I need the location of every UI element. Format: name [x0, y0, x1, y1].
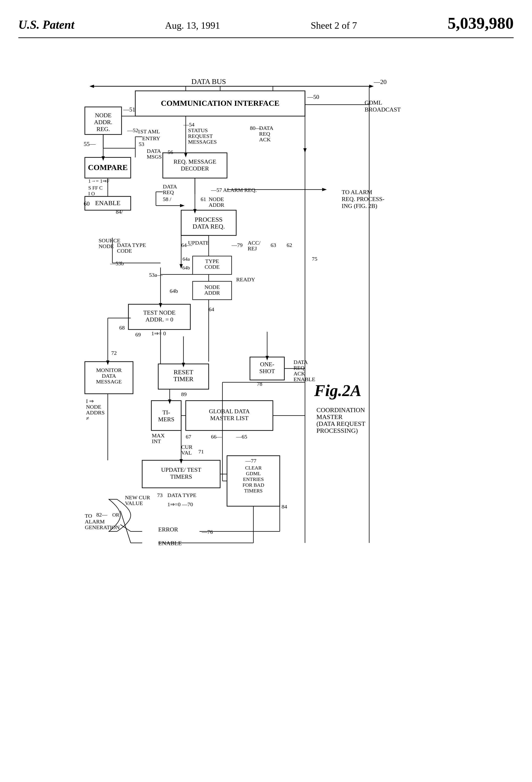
type-code-label1: TYPE: [205, 258, 219, 264]
ref-55: 55—: [84, 141, 96, 147]
ref-53b: —53b: [110, 260, 124, 266]
data-req-ack-enable4: ENABLE: [294, 376, 315, 382]
ref-69: 69: [135, 331, 141, 337]
timers-label1: TI-: [162, 409, 170, 416]
source-node-label1: SOURCE: [99, 238, 120, 244]
one-shot-label2: SHOT: [259, 368, 275, 375]
clear-gdml-label4: FOR BAD: [242, 482, 264, 488]
node-addrs-label: NODE: [86, 404, 101, 410]
global-data-master-label2: MASTER LIST: [210, 415, 249, 422]
ref-72: 72: [111, 350, 117, 356]
ref-63: 63: [271, 242, 276, 248]
acc-rej-label2: REJ: [248, 246, 257, 251]
svg-marker-30: [106, 360, 109, 365]
node-addr-box-label2: ADDR: [204, 290, 220, 296]
ref-64b: 64b: [170, 288, 178, 294]
data-req-ack-label3: ACK: [259, 137, 271, 142]
global-data-master-label1: GLOBAL DATA: [209, 408, 250, 415]
data-req-ack-enable1: DATA: [294, 359, 308, 365]
ref-67: 67: [186, 434, 191, 440]
status-req-label2: STATUS: [188, 127, 208, 133]
new-cur-value-label2: VALUE: [125, 500, 143, 506]
update-test-timers-label2: TIMERS: [170, 473, 192, 480]
patent-office-label: U.S. Patent: [18, 18, 74, 31]
data-type-code-label1: DATA TYPE: [117, 242, 146, 248]
process-data-req-label2: DATA REQ.: [193, 223, 225, 230]
to-alarm-req-label2: REQ. PROCESS-: [342, 196, 384, 202]
timers-label2: MERS: [158, 416, 175, 423]
reset-timer-label2: TIMER: [174, 376, 193, 383]
acc-rej-label1: ACC/: [248, 240, 261, 246]
ref-76: —76: [201, 529, 213, 535]
ref-20: —20: [374, 78, 387, 85]
to-alarm-gen-label3: GENERATION: [85, 524, 120, 530]
req-msg-decoder-label2: DECODER: [181, 165, 209, 172]
node-addr-label2: ADDR: [209, 202, 224, 208]
data-req-label1: DATA: [163, 184, 177, 189]
ref-60: 60: [84, 200, 90, 207]
status-req-label4: MESSAGES: [188, 139, 217, 145]
coord-master-label1: COORDINATION: [316, 406, 365, 414]
ref-64a: 64a: [183, 256, 190, 262]
compare-sym2: S FF C: [88, 185, 103, 191]
ref-75: 75: [312, 256, 317, 262]
i-arrow-label: I ⇒: [86, 398, 94, 404]
sheet-label: Sheet 2 of 7: [311, 20, 357, 31]
ref-89: 89: [181, 391, 187, 397]
alarm-req-label: —57 ALARM REQ.: [211, 187, 257, 193]
data-req-ack-label1: DATA: [259, 125, 274, 131]
svg-marker-36: [168, 399, 171, 404]
data-req-ack-enable2: REQ: [294, 365, 305, 371]
diagram-container: DATA BUS —20 COMMUNICATION INTERFACE —50…: [18, 47, 514, 726]
data-req-ack-enable3: ACK: [294, 370, 305, 377]
ref-80: 80—: [250, 125, 261, 131]
data-msgs-label1: DATA: [147, 148, 161, 154]
test-node-addr-label1: TEST NODE: [143, 309, 176, 316]
data-bus-label: DATA BUS: [191, 77, 226, 85]
max-int-label2: INT: [152, 438, 161, 444]
ref-84-bottom: 84/: [116, 209, 123, 215]
patent-page: U.S. Patent Aug. 13, 1991 Sheet 2 of 7 5…: [0, 0, 532, 782]
not-equal-label: ≠: [86, 415, 89, 421]
node-addr-reg-label2: ADDR.: [94, 119, 112, 126]
svg-marker-33: [182, 363, 185, 367]
patent-diagram: DATA BUS —20 COMMUNICATION INTERFACE —50…: [71, 61, 461, 726]
ref-62: 62: [287, 242, 292, 248]
one-to-zero-70: 1⇒=0 —70: [167, 501, 193, 507]
node-addr-reg-label3: REG.: [97, 126, 110, 132]
max-int-label1: MAX: [152, 432, 165, 438]
compare-label: COMPARE: [88, 163, 127, 172]
clear-gdml-label3: ENTRIES: [243, 476, 264, 482]
svg-marker-15: [102, 156, 105, 161]
svg-marker-13: [184, 153, 187, 157]
clear-gdml-label5: TIMERS: [244, 488, 263, 494]
data-msgs-label2: MSGS: [147, 154, 162, 160]
ref-82: 82—: [96, 512, 108, 518]
addrs-label: ADDRS: [86, 410, 105, 416]
reset-timer-label1: RESET: [174, 368, 193, 376]
svg-marker-18: [193, 209, 196, 214]
node-addr-label1: NODE: [209, 196, 224, 202]
type-code-label2: CODE: [204, 264, 220, 270]
svg-line-50: [120, 511, 131, 543]
clear-gdml-label2: GDML: [246, 471, 261, 476]
svg-marker-1: [89, 85, 94, 88]
svg-marker-56: [180, 204, 185, 207]
svg-marker-39: [266, 356, 269, 360]
svg-marker-52: [322, 188, 327, 191]
ref-52: —52: [127, 127, 138, 133]
to-alarm-req-label1: TO ALARM: [342, 189, 372, 196]
to-alarm-req-label3: ING (FIG. 2B): [342, 203, 377, 209]
svg-marker-24: [159, 303, 162, 308]
data-req-ack-label2: REQ: [259, 131, 270, 137]
ref-51: —51: [123, 106, 135, 113]
page-header: U.S. Patent Aug. 13, 1991 Sheet 2 of 7 5…: [18, 14, 514, 38]
ref-77: —77: [245, 458, 256, 464]
monitor-data-msg-label2: DATA: [102, 373, 116, 379]
ref-68: 68: [119, 325, 125, 331]
ref-71: 71: [198, 449, 204, 455]
node-addr-box-label1: NODE: [204, 284, 220, 290]
first-aml-label: 1ST AML: [138, 129, 160, 135]
update-label: UPDATE: [188, 240, 209, 246]
ref-78: 78: [257, 381, 262, 387]
